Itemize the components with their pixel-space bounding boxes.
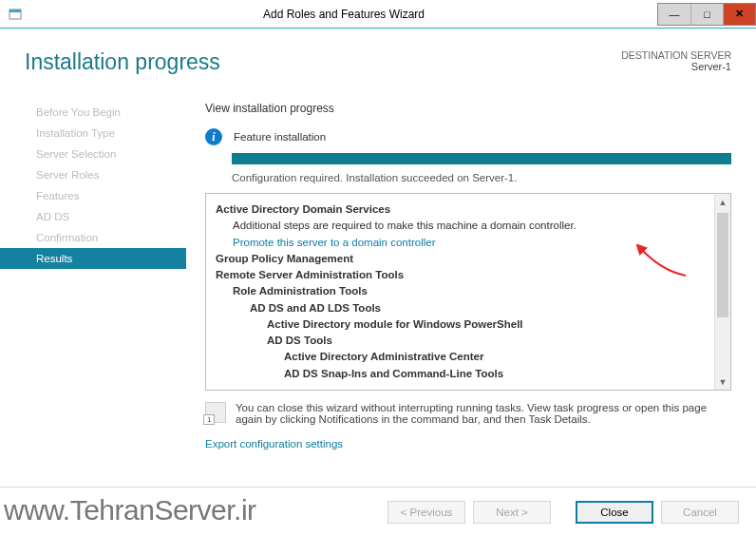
promote-link[interactable]: Promote this server to a domain controll… — [216, 235, 725, 251]
maximize-button[interactable]: □ — [690, 4, 723, 25]
dest-server: Server-1 — [621, 61, 731, 72]
destination-info: DESTINATION SERVER Server-1 — [621, 49, 731, 75]
header: Installation progress DESTINATION SERVER… — [0, 29, 756, 85]
details-adlds: AD DS and AD LDS Tools — [216, 300, 725, 316]
details-addst: AD DS Tools — [216, 333, 725, 349]
previous-button: < Previous — [387, 501, 465, 524]
footer: < Previous Next > Close Cancel — [0, 487, 756, 536]
sidebar-item-adds: AD DS — [25, 206, 186, 227]
scroll-down-icon[interactable]: ▼ — [715, 373, 730, 390]
details-snapins: AD DS Snap-Ins and Command-Line Tools — [216, 366, 725, 382]
sidebar-item-before: Before You Begin — [25, 102, 186, 123]
cancel-button: Cancel — [661, 501, 739, 524]
window-controls: — □ ✕ — [657, 3, 756, 26]
details-box: Active Directory Domain Services Additio… — [205, 193, 731, 391]
sidebar-item-roles: Server Roles — [25, 164, 186, 185]
details-admps: Active Directory module for Windows Powe… — [216, 316, 725, 333]
details-adac: Active Directory Administrative Center — [216, 349, 725, 365]
dest-label: DESTINATION SERVER — [621, 49, 731, 61]
note-text: You can close this wizard without interr… — [236, 402, 731, 425]
details-content: Active Directory Domain Services Additio… — [216, 201, 725, 382]
window-title: Add Roles and Features Wizard — [30, 8, 657, 21]
sidebar-item-selection: Server Selection — [25, 144, 186, 164]
main-subhead: View installation progress — [205, 102, 731, 115]
export-link[interactable]: Export configuration settings — [205, 438, 731, 450]
note-row: You can close this wizard without interr… — [205, 402, 731, 425]
sidebar-item-confirmation: Confirmation — [25, 227, 186, 248]
progress-bar — [232, 153, 731, 164]
flag-icon — [205, 402, 226, 423]
scroll-thumb[interactable] — [717, 213, 728, 317]
next-button: Next > — [473, 501, 551, 524]
sidebar-item-features: Features — [25, 185, 186, 206]
close-window-button[interactable]: ✕ — [723, 4, 755, 25]
page-title: Installation progress — [25, 49, 220, 75]
main-content: View installation progress i Feature ins… — [186, 85, 756, 450]
details-adds-note: Additional steps are required to make th… — [216, 218, 725, 234]
info-row: i Feature installation — [205, 128, 731, 145]
close-button[interactable]: Close — [576, 501, 653, 524]
scroll-up-icon[interactable]: ▲ — [715, 194, 730, 210]
feature-label: Feature installation — [234, 131, 326, 143]
titlebar: Add Roles and Features Wizard — □ ✕ — [0, 0, 756, 29]
details-gpm: Group Policy Management — [216, 251, 725, 267]
sidebar-item-type: Installation Type — [25, 123, 186, 144]
info-icon: i — [205, 128, 222, 145]
details-rat: Role Administration Tools — [216, 283, 725, 299]
details-rsat: Remote Server Administration Tools — [216, 267, 725, 283]
minimize-button[interactable]: — — [658, 4, 690, 25]
svg-rect-1 — [9, 10, 21, 12]
details-adds: Active Directory Domain Services — [216, 201, 725, 218]
wizard-sidebar: Before You Begin Installation Type Serve… — [25, 85, 186, 450]
status-text: Configuration required. Installation suc… — [232, 172, 731, 183]
app-icon — [8, 7, 23, 22]
details-scrollbar[interactable]: ▲ ▼ — [714, 194, 730, 390]
sidebar-item-results[interactable]: Results — [0, 248, 186, 269]
